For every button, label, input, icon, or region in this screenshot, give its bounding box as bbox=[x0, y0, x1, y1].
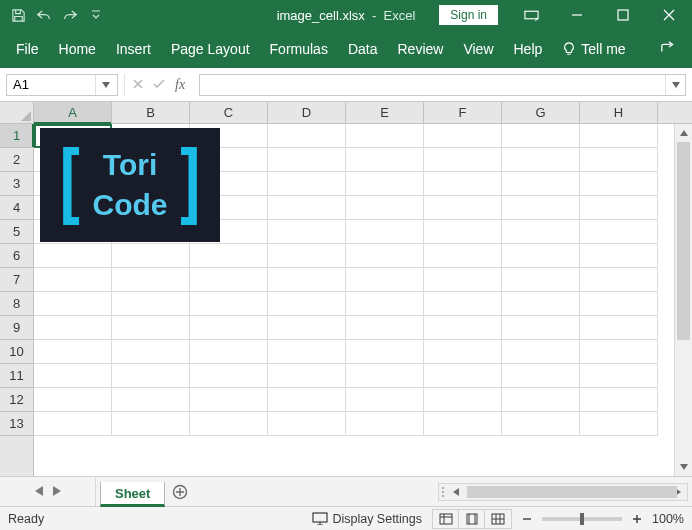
zoom-out-button[interactable] bbox=[518, 512, 536, 526]
status-ready: Ready bbox=[8, 512, 44, 526]
filename-text: image_cell.xlsx bbox=[277, 8, 365, 23]
row-header-13[interactable]: 13 bbox=[0, 412, 33, 436]
bracket-right-icon: ] bbox=[172, 161, 211, 209]
column-header-g[interactable]: G bbox=[502, 102, 580, 123]
embedded-image[interactable]: [ Tori Code ] bbox=[40, 128, 220, 242]
sheet-nav-prev[interactable] bbox=[33, 482, 45, 501]
row-headers: 1 2 3 4 5 6 7 8 9 10 11 12 13 bbox=[0, 124, 34, 476]
display-settings-label: Display Settings bbox=[332, 512, 422, 526]
share-button[interactable] bbox=[654, 34, 684, 65]
formula-bar[interactable] bbox=[199, 74, 686, 96]
column-header-e[interactable]: E bbox=[346, 102, 424, 123]
cancel-formula-button[interactable] bbox=[133, 77, 143, 92]
horizontal-scroll-track[interactable] bbox=[465, 484, 669, 500]
column-header-c[interactable]: C bbox=[190, 102, 268, 123]
zoom-in-button[interactable] bbox=[628, 512, 646, 526]
name-box-input[interactable] bbox=[7, 75, 95, 95]
row-header-11[interactable]: 11 bbox=[0, 364, 33, 388]
undo-button[interactable] bbox=[32, 3, 56, 27]
tell-me-button[interactable]: Tell me bbox=[554, 35, 633, 63]
svg-rect-6 bbox=[313, 513, 327, 522]
lightbulb-icon bbox=[562, 42, 576, 56]
appname-separator: - bbox=[368, 8, 383, 23]
enter-formula-button[interactable] bbox=[153, 77, 165, 92]
svg-point-4 bbox=[442, 491, 444, 493]
sheet-tab-active[interactable]: Sheet bbox=[100, 482, 165, 507]
tab-help[interactable]: Help bbox=[506, 35, 551, 63]
vertical-scrollbar[interactable] bbox=[674, 124, 692, 476]
scroll-down-button[interactable] bbox=[675, 458, 692, 476]
row-header-2[interactable]: 2 bbox=[0, 148, 33, 172]
close-button[interactable] bbox=[646, 0, 692, 30]
svg-rect-1 bbox=[618, 10, 628, 20]
column-header-b[interactable]: B bbox=[112, 102, 190, 123]
name-box-dropdown[interactable] bbox=[95, 75, 115, 95]
display-settings-button[interactable]: Display Settings bbox=[308, 510, 426, 528]
vertical-scroll-thumb[interactable] bbox=[677, 142, 690, 340]
insert-function-button[interactable]: fx bbox=[175, 77, 185, 93]
embedded-image-line1: Tori bbox=[93, 145, 168, 186]
row-header-12[interactable]: 12 bbox=[0, 388, 33, 412]
redo-button[interactable] bbox=[58, 3, 82, 27]
ribbon-tabs: File Home Insert Page Layout Formulas Da… bbox=[0, 30, 692, 68]
new-sheet-button[interactable] bbox=[165, 477, 195, 506]
bracket-left-icon: [ bbox=[50, 161, 89, 209]
row-header-6[interactable]: 6 bbox=[0, 244, 33, 268]
scroll-left-button[interactable] bbox=[447, 483, 465, 501]
row-header-10[interactable]: 10 bbox=[0, 340, 33, 364]
row-header-9[interactable]: 9 bbox=[0, 316, 33, 340]
view-buttons bbox=[432, 509, 512, 529]
sheet-tab-bar: Sheet bbox=[0, 476, 692, 506]
grid-body: 1 2 3 4 5 6 7 8 9 10 11 12 13 [ Tori Cod… bbox=[0, 124, 692, 476]
tab-review[interactable]: Review bbox=[390, 35, 452, 63]
tab-page-layout[interactable]: Page Layout bbox=[163, 35, 258, 63]
tab-insert[interactable]: Insert bbox=[108, 35, 159, 63]
formula-bar-input[interactable] bbox=[200, 75, 665, 95]
monitor-icon bbox=[312, 512, 328, 525]
vertical-scroll-track[interactable] bbox=[675, 142, 692, 458]
save-button[interactable] bbox=[6, 3, 30, 27]
tab-file[interactable]: File bbox=[8, 35, 47, 63]
row-header-4[interactable]: 4 bbox=[0, 196, 33, 220]
row-header-5[interactable]: 5 bbox=[0, 220, 33, 244]
qat-customize-button[interactable] bbox=[84, 3, 108, 27]
column-header-f[interactable]: F bbox=[424, 102, 502, 123]
horizontal-scrollbar[interactable] bbox=[438, 483, 688, 501]
row-header-3[interactable]: 3 bbox=[0, 172, 33, 196]
maximize-button[interactable] bbox=[600, 0, 646, 30]
view-page-break-button[interactable] bbox=[485, 510, 511, 528]
column-header-h[interactable]: H bbox=[580, 102, 658, 123]
tab-formulas[interactable]: Formulas bbox=[262, 35, 336, 63]
sign-in-button[interactable]: Sign in bbox=[439, 5, 498, 25]
sheet-nav-next[interactable] bbox=[51, 482, 63, 501]
zoom-level[interactable]: 100% bbox=[652, 512, 684, 526]
select-all-corner[interactable] bbox=[0, 102, 34, 123]
title-bar: image_cell.xlsx - Excel Sign in bbox=[0, 0, 692, 30]
name-box[interactable] bbox=[6, 74, 118, 96]
quick-access-toolbar bbox=[0, 0, 108, 30]
tab-view[interactable]: View bbox=[455, 35, 501, 63]
zoom-slider[interactable] bbox=[542, 517, 622, 521]
row-header-8[interactable]: 8 bbox=[0, 292, 33, 316]
sheet-nav bbox=[0, 477, 96, 506]
minimize-button[interactable] bbox=[554, 0, 600, 30]
view-page-layout-button[interactable] bbox=[459, 510, 485, 528]
column-header-d[interactable]: D bbox=[268, 102, 346, 123]
column-header-a[interactable]: A bbox=[34, 102, 112, 123]
tell-me-label: Tell me bbox=[581, 41, 625, 57]
appname-text: Excel bbox=[384, 8, 416, 23]
tab-home[interactable]: Home bbox=[51, 35, 104, 63]
cell-area[interactable]: [ Tori Code ] bbox=[34, 124, 674, 476]
scroll-up-button[interactable] bbox=[675, 124, 692, 142]
row-header-1[interactable]: 1 bbox=[0, 124, 33, 148]
horizontal-scroll-thumb[interactable] bbox=[467, 486, 677, 498]
view-normal-button[interactable] bbox=[433, 510, 459, 528]
row-header-7[interactable]: 7 bbox=[0, 268, 33, 292]
svg-point-3 bbox=[442, 487, 444, 489]
embedded-image-text: Tori Code bbox=[93, 145, 168, 226]
zoom-slider-thumb[interactable] bbox=[580, 513, 584, 525]
tab-data[interactable]: Data bbox=[340, 35, 386, 63]
hscroll-resize-grip[interactable] bbox=[439, 486, 447, 498]
formula-bar-expand[interactable] bbox=[665, 75, 685, 95]
ribbon-display-options-button[interactable] bbox=[508, 0, 554, 30]
